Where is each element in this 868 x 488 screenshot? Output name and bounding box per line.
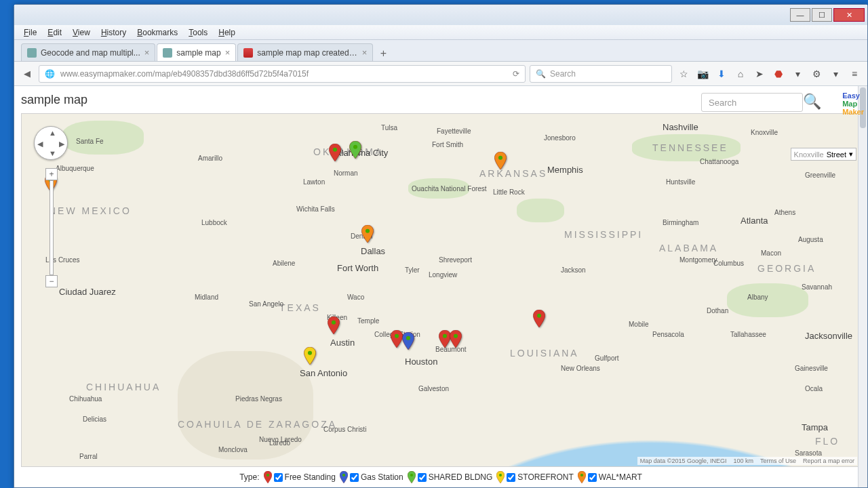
svg-point-4 [332, 321, 336, 325]
menu-view[interactable]: View [67, 28, 96, 37]
legend-checkbox[interactable] [350, 473, 359, 482]
legend-checkbox[interactable] [274, 473, 283, 482]
legend-checkbox[interactable] [418, 473, 427, 482]
tab-label: sample map [176, 48, 220, 58]
city-label: Galveston [418, 385, 449, 392]
map-marker[interactable] [494, 152, 507, 169]
city-label: Monclova [218, 446, 248, 453]
browser-window: FileEditViewHistoryBookmarksToolsHelp — … [14, 4, 868, 488]
bookmark-star-icon[interactable]: ☆ [676, 66, 691, 81]
browser-search-box[interactable]: 🔍 Search [530, 65, 672, 83]
city-label: Birmingham [663, 219, 698, 226]
hamburger-menu-icon[interactable]: ≡ [847, 66, 862, 81]
dropdown-icon[interactable]: ▾ [790, 66, 805, 81]
dropdown-icon-2[interactable]: ▾ [828, 66, 843, 81]
map-marker[interactable] [402, 332, 414, 350]
adblock-icon[interactable]: ⬣ [771, 66, 786, 81]
new-tab-button[interactable]: + [374, 46, 392, 61]
svg-point-15 [499, 474, 502, 476]
legend-item[interactable]: STOREFRONT [496, 471, 573, 483]
pan-south-icon[interactable]: ▼ [49, 149, 56, 157]
close-button[interactable]: ✕ [833, 8, 865, 22]
report-link[interactable]: Report a map error [803, 458, 854, 464]
city-label: Houston [405, 357, 437, 367]
map-marker[interactable] [329, 144, 341, 161]
pan-north-icon[interactable]: ▲ [49, 129, 56, 137]
city-label: Shreveport [439, 256, 472, 264]
map-marker[interactable] [533, 310, 545, 327]
pan-east-icon[interactable]: ▶ [59, 140, 64, 148]
menu-bookmarks[interactable]: Bookmarks [132, 28, 183, 37]
city-label: Abilene [273, 260, 295, 267]
map-layer-select[interactable]: Knoxville Street▾ [791, 148, 856, 161]
browser-menubar: FileEditViewHistoryBookmarksToolsHelp [14, 25, 867, 40]
state-label: TEXAS [279, 302, 321, 313]
extension-icon[interactable]: ⚙ [809, 66, 824, 81]
map-marker[interactable] [349, 141, 361, 159]
legend-item[interactable]: WAL*MART [578, 471, 642, 483]
city-label: Waco [347, 293, 364, 301]
city-label: Jackson [561, 266, 586, 274]
svg-point-10 [537, 314, 541, 318]
svg-point-7 [406, 336, 410, 340]
zoom-slider[interactable] [50, 180, 54, 275]
minimize-button[interactable]: — [790, 8, 810, 22]
menu-help[interactable]: Help [213, 28, 241, 37]
zoom-in-button[interactable]: + [45, 168, 58, 180]
menu-tools[interactable]: Tools [183, 28, 213, 37]
location-arrow-icon[interactable]: ➤ [752, 66, 767, 81]
vertical-scrollbar[interactable] [858, 86, 867, 487]
menu-file[interactable]: File [18, 28, 42, 37]
tab-close-icon[interactable]: × [144, 47, 150, 58]
city-label: Temple [357, 317, 379, 325]
legend-item[interactable]: Free Standing [264, 471, 336, 483]
download-icon[interactable]: ⬇ [714, 66, 729, 81]
city-label: Wichita Falls [296, 205, 335, 213]
zoom-out-button[interactable]: − [45, 275, 58, 287]
legend-pin-icon [340, 471, 348, 483]
legend-checkbox[interactable] [507, 473, 515, 482]
city-label: Fort Smith [432, 141, 463, 148]
tab-close-icon[interactable]: × [225, 47, 231, 58]
map-marker[interactable] [328, 317, 340, 334]
back-button[interactable]: ◀ [20, 66, 35, 81]
browser-tab[interactable]: Geocode and map multipl...× [21, 43, 155, 61]
legend-label: STOREFRONT [517, 472, 573, 482]
maximize-button[interactable]: ☐ [812, 8, 832, 22]
map-marker[interactable] [361, 225, 374, 243]
browser-tab[interactable]: sample map× [157, 43, 236, 61]
state-label: TENNESSEE [652, 142, 728, 153]
menu-edit[interactable]: Edit [42, 28, 67, 37]
browser-tab[interactable]: sample map map created ...× [237, 43, 373, 61]
legend-item[interactable]: Gas Station [340, 471, 403, 483]
city-label: Lawton [303, 178, 325, 186]
city-label: Tallahassee [730, 331, 766, 338]
terms-link[interactable]: Terms of Use [760, 458, 796, 464]
map-search-input[interactable]: Search [701, 93, 803, 112]
tab-close-icon[interactable]: × [362, 47, 368, 58]
city-label: New Orleans [561, 365, 600, 372]
city-label: Midland [195, 293, 218, 301]
map-search-icon[interactable]: 🔍 [803, 93, 821, 110]
map-marker[interactable] [391, 330, 403, 348]
map-marker[interactable] [450, 330, 462, 348]
map-marker[interactable] [304, 347, 316, 365]
legend-checkbox[interactable] [588, 473, 597, 482]
pan-west-icon[interactable]: ◀ [37, 140, 43, 148]
svg-point-12 [266, 474, 269, 476]
legend-item[interactable]: SHARED BLDNG [408, 471, 493, 483]
svg-point-3 [366, 229, 370, 233]
camera-icon[interactable]: 📷 [695, 66, 710, 81]
city-label: San Angelo [249, 300, 283, 308]
svg-point-9 [454, 334, 458, 338]
menu-history[interactable]: History [96, 28, 132, 37]
home-icon[interactable]: ⌂ [733, 66, 748, 81]
map-canvas[interactable]: Knoxville Street▾ ▲ ▼ ◀ ▶ + − OKLAHOMANE… [21, 113, 861, 467]
pan-control[interactable]: ▲ ▼ ◀ ▶ [34, 126, 68, 160]
address-bar[interactable]: 🌐 www.easymapmaker.com/map/eb4908357dbd3… [39, 65, 526, 83]
tab-strip: Geocode and map multipl...×sample map×sa… [14, 40, 867, 62]
reload-button[interactable]: ⟳ [513, 69, 519, 79]
legend-pin-icon [578, 471, 586, 483]
toolbar: ◀ 🌐 www.easymapmaker.com/map/eb4908357db… [14, 62, 867, 86]
state-label: GEORGIA [757, 263, 816, 274]
